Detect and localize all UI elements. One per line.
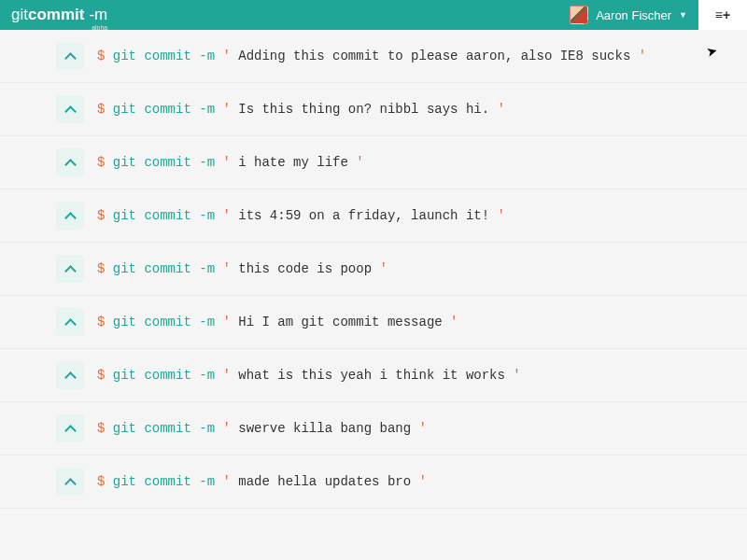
chevron-up-icon bbox=[65, 266, 75, 272]
header-right: Aaron Fischer ▼ ≡+ bbox=[558, 0, 747, 30]
close-quote: ' bbox=[372, 261, 388, 276]
close-quote: ' bbox=[630, 49, 646, 63]
open-quote: ' bbox=[222, 102, 238, 117]
logo-alpha: alpha bbox=[92, 24, 107, 31]
close-quote: ' bbox=[489, 208, 505, 223]
git-command: git commit -m bbox=[113, 102, 223, 117]
prompt-symbol: $ bbox=[97, 261, 113, 276]
chevron-up-icon bbox=[65, 479, 75, 484]
commit-text: $ git commit -m ' made hella updates bro… bbox=[97, 474, 427, 489]
collapse-button[interactable] bbox=[56, 202, 84, 230]
prompt-symbol: $ bbox=[97, 315, 113, 329]
commit-text: $ git commit -m ' Hi I am git commit mes… bbox=[97, 315, 458, 329]
open-quote: ' bbox=[222, 421, 238, 436]
collapse-button[interactable] bbox=[56, 361, 84, 389]
close-quote: ' bbox=[505, 368, 521, 383]
commit-message: what is this yeah i think it works bbox=[238, 368, 505, 383]
logo-commit: commit bbox=[28, 6, 84, 24]
list-plus-icon: ≡+ bbox=[715, 7, 730, 22]
chevron-up-icon bbox=[65, 372, 75, 378]
commit-text: $ git commit -m ' Is this thing on? nibb… bbox=[97, 102, 505, 117]
collapse-button[interactable] bbox=[56, 148, 84, 176]
prompt-symbol: $ bbox=[97, 368, 113, 383]
commit-text: $ git commit -m ' Adding this commit to … bbox=[97, 49, 646, 63]
git-command: git commit -m bbox=[113, 421, 223, 436]
new-list-button[interactable]: ≡+ bbox=[698, 0, 747, 30]
commit-message: made hella updates bro bbox=[238, 474, 411, 489]
close-quote: ' bbox=[443, 315, 458, 329]
collapse-button[interactable] bbox=[56, 42, 84, 70]
commit-row: $ git commit -m ' what is this yeah i th… bbox=[0, 349, 747, 402]
chevron-up-icon bbox=[65, 426, 75, 431]
logo-git: git bbox=[11, 6, 28, 24]
commit-row: $ git commit -m ' i hate my life ' bbox=[0, 136, 747, 189]
commit-row: $ git commit -m ' its 4:59 on a friday, … bbox=[0, 189, 747, 243]
collapse-button[interactable] bbox=[56, 468, 84, 496]
commit-row: $ git commit -m ' Hi I am git commit mes… bbox=[0, 296, 747, 349]
app-header: gitcommit -m alpha Aaron Fischer ▼ ≡+ bbox=[0, 0, 747, 30]
prompt-symbol: $ bbox=[97, 155, 113, 170]
chevron-up-icon bbox=[65, 53, 75, 59]
commit-text: $ git commit -m ' its 4:59 on a friday, … bbox=[97, 208, 505, 223]
commit-row: $ git commit -m ' this code is poop ' bbox=[0, 243, 747, 296]
collapse-button[interactable] bbox=[56, 414, 84, 442]
git-command: git commit -m bbox=[113, 155, 223, 170]
commit-text: $ git commit -m ' i hate my life ' bbox=[97, 155, 364, 170]
logo[interactable]: gitcommit -m alpha bbox=[11, 6, 107, 24]
close-quote: ' bbox=[348, 155, 364, 170]
git-command: git commit -m bbox=[113, 261, 223, 276]
collapse-button[interactable] bbox=[56, 308, 84, 336]
commit-message: swerve killa bang bang bbox=[238, 421, 411, 436]
commit-message: this code is poop bbox=[238, 261, 372, 276]
open-quote: ' bbox=[222, 368, 238, 383]
collapse-button[interactable] bbox=[56, 255, 84, 283]
prompt-symbol: $ bbox=[97, 49, 113, 63]
git-command: git commit -m bbox=[113, 368, 223, 383]
chevron-up-icon bbox=[65, 319, 75, 325]
commit-row: $ git commit -m ' Is this thing on? nibb… bbox=[0, 83, 747, 136]
open-quote: ' bbox=[222, 208, 238, 223]
close-quote: ' bbox=[411, 474, 427, 489]
user-menu[interactable]: Aaron Fischer ▼ bbox=[558, 0, 698, 30]
open-quote: ' bbox=[222, 49, 238, 63]
git-command: git commit -m bbox=[113, 49, 223, 63]
open-quote: ' bbox=[222, 261, 238, 276]
commit-message: Is this thing on? nibbl says hi. bbox=[238, 102, 489, 117]
commit-text: $ git commit -m ' this code is poop ' bbox=[97, 261, 388, 276]
open-quote: ' bbox=[222, 155, 238, 170]
prompt-symbol: $ bbox=[97, 474, 113, 489]
collapse-button[interactable] bbox=[56, 95, 84, 123]
username: Aaron Fischer bbox=[596, 8, 671, 22]
git-command: git commit -m bbox=[113, 315, 223, 329]
commit-row: $ git commit -m ' made hella updates bro… bbox=[0, 455, 747, 509]
prompt-symbol: $ bbox=[97, 102, 113, 117]
prompt-symbol: $ bbox=[97, 421, 113, 436]
commit-message: Adding this commit to please aaron, also… bbox=[238, 49, 630, 63]
commit-message: i hate my life bbox=[238, 155, 348, 170]
commit-row: $ git commit -m ' swerve killa bang bang… bbox=[0, 402, 747, 455]
commit-message: Hi I am git commit message bbox=[238, 315, 442, 329]
open-quote: ' bbox=[222, 474, 238, 489]
git-command: git commit -m bbox=[113, 474, 223, 489]
chevron-up-icon bbox=[65, 160, 75, 165]
logo-flag: -m bbox=[89, 6, 107, 24]
chevron-up-icon bbox=[65, 106, 75, 112]
prompt-symbol: $ bbox=[97, 208, 113, 223]
open-quote: ' bbox=[222, 315, 238, 329]
commit-list: $ git commit -m ' Adding this commit to … bbox=[0, 30, 747, 509]
commit-row: $ git commit -m ' Adding this commit to … bbox=[0, 30, 747, 83]
commit-text: $ git commit -m ' swerve killa bang bang… bbox=[97, 421, 427, 436]
avatar bbox=[570, 6, 588, 24]
commit-text: $ git commit -m ' what is this yeah i th… bbox=[97, 368, 521, 383]
commit-message: its 4:59 on a friday, launch it! bbox=[238, 208, 489, 223]
git-command: git commit -m bbox=[113, 208, 223, 223]
chevron-down-icon: ▼ bbox=[679, 10, 687, 20]
close-quote: ' bbox=[489, 102, 505, 117]
chevron-up-icon bbox=[65, 213, 75, 218]
close-quote: ' bbox=[411, 421, 427, 436]
